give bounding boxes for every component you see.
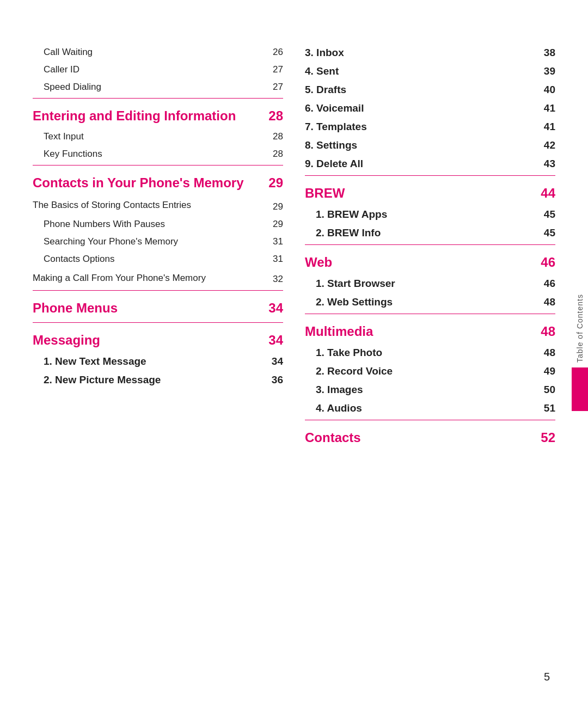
- section-contacts: Contacts 52: [305, 422, 555, 450]
- entry-contacts-options: Contacts Options 31: [33, 250, 283, 268]
- entry-brew-info: 2. BREW Info 45: [305, 224, 555, 242]
- section-web: Web 46: [305, 247, 555, 274]
- entry-start-browser: 1. Start Browser 46: [305, 274, 555, 293]
- entry-brew-apps: 1. BREW Apps 45: [305, 205, 555, 224]
- entry-delete-all: 9. Delete All 43: [305, 155, 555, 173]
- side-tab-bar: [572, 367, 588, 411]
- divider-r1: [305, 175, 555, 176]
- entry-caller-id: Caller ID 27: [33, 61, 283, 78]
- divider-1: [33, 98, 283, 99]
- entry-take-photo: 1. Take Photo 48: [305, 344, 555, 362]
- entry-basics-storing: The Basics of Storing Contacts Entries 2…: [33, 195, 283, 216]
- entry-new-picture-message: 2. New Picture Message 36: [33, 371, 283, 389]
- side-tab-label: Table of Contents: [575, 294, 584, 363]
- divider-r4: [305, 420, 555, 420]
- divider-r3: [305, 314, 555, 314]
- section-brew: BREW 44: [305, 178, 555, 205]
- entry-templates: 7. Templates 41: [305, 118, 555, 136]
- divider-2: [33, 165, 283, 165]
- entry-images: 3. Images 50: [305, 381, 555, 399]
- section-messaging: Messaging 34: [33, 325, 283, 352]
- section-contacts-memory: Contacts in Your Phone's Memory 29: [33, 168, 283, 195]
- side-tab: Table of Contents: [572, 294, 588, 412]
- entry-new-text-message: 1. New Text Message 34: [33, 352, 283, 371]
- entry-text-input: Text Input 28: [33, 128, 283, 145]
- entry-audios: 4. Audios 51: [305, 399, 555, 418]
- entry-settings: 8. Settings 42: [305, 136, 555, 155]
- entry-searching-memory: Searching Your Phone's Memory 31: [33, 233, 283, 250]
- entry-record-voice: 2. Record Voice 49: [305, 362, 555, 381]
- divider-r2: [305, 244, 555, 245]
- entry-phone-numbers-pauses: Phone Numbers With Pauses 29: [33, 216, 283, 233]
- section-multimedia: Multimedia 48: [305, 316, 555, 344]
- entry-call-waiting: Call Waiting 26: [33, 44, 283, 61]
- entry-voicemail: 6. Voicemail 41: [305, 99, 555, 118]
- page-number: 5: [544, 671, 550, 683]
- divider-4: [33, 322, 283, 323]
- entry-drafts: 5. Drafts 40: [305, 81, 555, 99]
- entry-inbox: 3. Inbox 38: [305, 44, 555, 62]
- entry-making-call-memory: Making a Call From Your Phone's Memory 3…: [33, 268, 283, 289]
- entry-speed-dialing: Speed Dialing 27: [33, 78, 283, 96]
- section-entering-editing: Entering and Editing Information 28: [33, 101, 283, 128]
- section-phone-menus: Phone Menus 34: [33, 293, 283, 320]
- entry-sent: 4. Sent 39: [305, 62, 555, 81]
- right-column: 3. Inbox 38 4. Sent 39 5. Drafts 40 6. V…: [305, 44, 555, 672]
- left-column: Call Waiting 26 Caller ID 27 Speed Diali…: [33, 44, 283, 672]
- entry-web-settings: 2. Web Settings 48: [305, 293, 555, 311]
- entry-key-functions: Key Functions 28: [33, 145, 283, 163]
- divider-3: [33, 290, 283, 291]
- page-content: Call Waiting 26 Caller ID 27 Speed Diali…: [0, 0, 588, 705]
